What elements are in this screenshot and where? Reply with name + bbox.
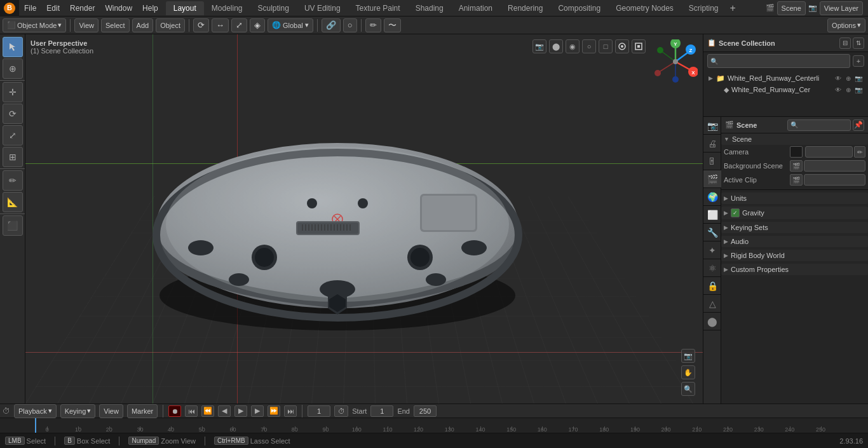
viewport-shading-wireframe[interactable]: □ bbox=[599, 39, 613, 53]
menu-window[interactable]: Window bbox=[100, 0, 137, 16]
outliner-vis-btn-1[interactable]: 👁 bbox=[834, 85, 843, 94]
view-menu-timeline-btn[interactable]: View bbox=[99, 404, 123, 418]
gravity-checkbox[interactable]: ✓ bbox=[731, 208, 740, 217]
prop-tab-physics[interactable]: ⚛ bbox=[703, 259, 721, 277]
workspace-tab-layout[interactable]: Layout bbox=[166, 1, 204, 15]
prev-keyframe-btn[interactable]: ◀ bbox=[218, 405, 231, 417]
transform-tool-4[interactable]: ◈ bbox=[250, 18, 265, 32]
outliner-select-btn-0[interactable]: ⊕ bbox=[844, 74, 853, 83]
active-clip-icon-btn[interactable]: 🎬 bbox=[790, 174, 803, 186]
jump-end-btn[interactable]: ⏭ bbox=[284, 405, 297, 417]
move-tool-btn[interactable]: ✛ bbox=[3, 82, 23, 102]
workspace-tab-scripting[interactable]: Scripting bbox=[681, 1, 726, 15]
section-scene-header[interactable]: ▼ Scene bbox=[721, 133, 868, 145]
outliner-render-btn-1[interactable]: 📷 bbox=[854, 85, 863, 94]
background-scene-value[interactable] bbox=[804, 160, 865, 172]
select-tool-btn[interactable] bbox=[3, 37, 23, 57]
camera-value[interactable] bbox=[805, 146, 853, 158]
start-frame-input[interactable]: 1 bbox=[370, 405, 393, 417]
section-gravity-header[interactable]: ▶ ✓ Gravity bbox=[721, 207, 868, 219]
transform-tool-btn[interactable]: ⊞ bbox=[3, 147, 23, 167]
transform-tool-2[interactable]: ↔ bbox=[212, 18, 229, 32]
props-pin-btn[interactable]: 📌 bbox=[853, 119, 864, 131]
next-keyframe-btn[interactable]: ▶ bbox=[251, 405, 264, 417]
section-rigid-body-world-header[interactable]: ▶ Rigid Body World bbox=[721, 250, 868, 261]
workspace-tab-modeling[interactable]: Modeling bbox=[204, 1, 250, 15]
snap-tool[interactable]: 🔗 bbox=[322, 18, 341, 32]
camera-edit-btn[interactable]: ✏ bbox=[854, 146, 865, 158]
menu-file[interactable]: File bbox=[19, 0, 41, 16]
viewport-gizmo-btn[interactable] bbox=[632, 39, 646, 53]
workspace-tab-rendering[interactable]: Rendering bbox=[500, 1, 550, 15]
viewport-overlay-btn[interactable] bbox=[615, 39, 629, 53]
workspace-tab-shading[interactable]: Shading bbox=[408, 1, 451, 15]
jump-start-btn[interactable]: ⏮ bbox=[185, 405, 198, 417]
workspace-tab-geometry-nodes[interactable]: Geometry Nodes bbox=[608, 1, 681, 15]
active-clip-value[interactable] bbox=[804, 174, 865, 186]
outliner-select-btn-1[interactable]: ⊕ bbox=[844, 85, 853, 94]
prop-tab-particles[interactable]: ✦ bbox=[703, 241, 721, 259]
options-btn[interactable]: Options ▾ bbox=[827, 18, 865, 32]
prop-tab-constraints[interactable]: 🔒 bbox=[703, 277, 721, 295]
background-scene-icon-btn[interactable]: 🎬 bbox=[790, 160, 803, 172]
wave-btn[interactable]: 〜 bbox=[384, 18, 401, 32]
object-menu-btn[interactable]: Object bbox=[156, 18, 185, 32]
prop-tab-scene[interactable]: 🎬 bbox=[703, 170, 721, 188]
workspace-tab-uv-editing[interactable]: UV Editing bbox=[297, 1, 348, 15]
next-frame-btn[interactable]: ⏩ bbox=[268, 405, 280, 417]
transform-tool-3[interactable]: ⤢ bbox=[231, 18, 247, 32]
outliner-vis-btn-0[interactable]: 👁 bbox=[834, 74, 843, 83]
measure-tool-btn[interactable]: 📐 bbox=[3, 192, 23, 212]
outliner-item-1[interactable]: ▶ ◆ White_Red_Runway_Cer 👁 ⊕ 📷 bbox=[706, 84, 865, 95]
cursor-tool-btn[interactable]: ⊕ bbox=[3, 58, 23, 79]
outliner-filter-btn[interactable]: ⊟ bbox=[839, 37, 851, 49]
section-custom-properties-header[interactable]: ▶ Custom Properties bbox=[721, 264, 868, 275]
outliner-item-0[interactable]: ▶ 📁 White_Red_Runway_Centerli 👁 ⊕ 📷 bbox=[706, 72, 865, 84]
viewport-shading-solid[interactable]: ⬤ bbox=[549, 39, 563, 53]
grease-pencil-btn[interactable]: ✏ bbox=[365, 18, 381, 32]
section-audio-header[interactable]: ▶ Audio bbox=[721, 236, 868, 247]
current-frame-input[interactable]: 1 bbox=[308, 405, 330, 417]
select-menu-btn[interactable]: Select bbox=[101, 18, 130, 32]
outliner-search-box[interactable]: 🔍 bbox=[707, 54, 850, 68]
timeline-ruler[interactable]: 0 10 20 30 40 50 60 70 80 90 100 110 120… bbox=[0, 418, 868, 433]
add-workspace-btn[interactable]: + bbox=[726, 1, 740, 15]
prop-tab-data[interactable]: △ bbox=[703, 295, 721, 313]
add-cube-btn[interactable]: ⬛ bbox=[3, 215, 23, 236]
transform-global-dropdown[interactable]: 🌐 Global ▾ bbox=[268, 18, 313, 32]
record-btn[interactable]: ⏺ bbox=[168, 405, 181, 417]
scene-selector[interactable]: Scene bbox=[777, 1, 806, 15]
workspace-tab-texture-paint[interactable]: Texture Paint bbox=[348, 1, 408, 15]
outliner-sort-btn[interactable]: ⇅ bbox=[853, 37, 864, 49]
end-frame-input[interactable]: 250 bbox=[414, 405, 437, 417]
prop-tab-output[interactable]: 🖨 bbox=[703, 135, 721, 153]
add-menu-btn[interactable]: Add bbox=[132, 18, 154, 32]
play-btn[interactable]: ▶ bbox=[234, 405, 247, 417]
viewport-camera-icon[interactable]: 📷 bbox=[532, 39, 546, 53]
marker-menu-btn[interactable]: Marker bbox=[127, 404, 158, 418]
outliner-render-btn-0[interactable]: 📷 bbox=[854, 74, 863, 83]
menu-edit[interactable]: Edit bbox=[41, 0, 65, 16]
outliner-new-btn[interactable]: + bbox=[853, 55, 864, 67]
proportional-edit-btn[interactable]: ○ bbox=[343, 18, 357, 32]
section-units-header[interactable]: ▶ Units bbox=[721, 193, 868, 204]
workspace-tab-animation[interactable]: Animation bbox=[451, 1, 500, 15]
props-search-input[interactable] bbox=[800, 121, 851, 128]
menu-render[interactable]: Render bbox=[65, 0, 100, 16]
prev-frame-btn[interactable]: ⏪ bbox=[201, 405, 214, 417]
annotate-tool-btn[interactable]: ✏ bbox=[3, 170, 23, 191]
fps-btn[interactable]: ⏱ bbox=[334, 405, 348, 417]
prop-tab-render[interactable]: 📷 bbox=[703, 117, 721, 135]
viewport-shading-material[interactable]: ◉ bbox=[566, 39, 580, 53]
prop-tab-material[interactable]: ⬤ bbox=[703, 313, 721, 330]
view-camera-btn[interactable]: 📷 bbox=[681, 349, 695, 363]
rotate-tool-btn[interactable]: ⟳ bbox=[3, 104, 23, 124]
workspace-tab-sculpting[interactable]: Sculpting bbox=[250, 1, 297, 15]
view-menu-btn[interactable]: View bbox=[74, 18, 98, 32]
prop-tab-object[interactable]: ⬜ bbox=[703, 206, 721, 224]
transform-tool-1[interactable]: ⟳ bbox=[193, 18, 209, 32]
prop-tab-view[interactable]: 🎚 bbox=[703, 153, 721, 170]
workspace-tab-compositing[interactable]: Compositing bbox=[550, 1, 608, 15]
menu-help[interactable]: Help bbox=[137, 0, 163, 16]
section-keying-sets-header[interactable]: ▶ Keying Sets bbox=[721, 222, 868, 233]
